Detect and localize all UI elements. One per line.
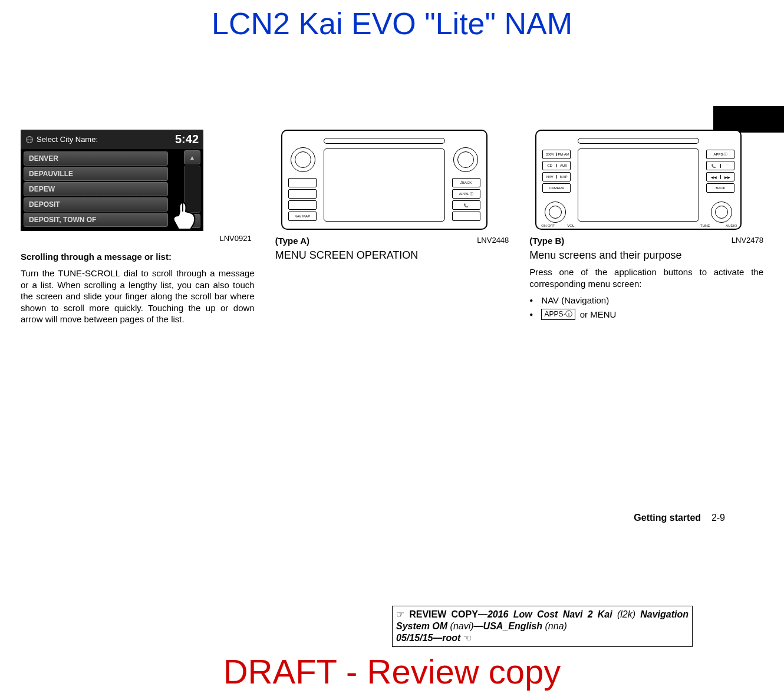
cd-aux-button: CDAUX bbox=[542, 161, 571, 170]
left-button-group: NAV MAP bbox=[288, 178, 317, 221]
list-item[interactable]: DENVER bbox=[24, 151, 168, 166]
scroll-up-button[interactable]: ▲ bbox=[184, 150, 200, 164]
unit-screen bbox=[578, 148, 699, 222]
review-line2-bold2: —USA_English bbox=[474, 621, 542, 631]
phone-button: 📞 bbox=[452, 200, 480, 210]
unit-button bbox=[452, 212, 480, 221]
unit-button bbox=[288, 189, 317, 199]
col3-heading: Menu screens and their purpose bbox=[529, 249, 763, 262]
back-button: BACK bbox=[706, 183, 734, 193]
column-3: ON·OFF VOL TUNE AUDIO SXMFM·AM CDAUX NAV… bbox=[529, 130, 763, 325]
type-a-label: (Type A) bbox=[275, 236, 309, 246]
figure-select-city-screenshot: Select City Name: 5:42 DENVER DEPAUVILLE… bbox=[21, 130, 203, 231]
page-header-title: LCN2 Kai EVO "Lite" NAM bbox=[0, 0, 784, 59]
col3-body-text: Press one of the application buttons to … bbox=[529, 266, 763, 289]
column-2: NAV MAP ⤴BACK APPS ⓘ 📞 (Type A) LNV2448 … bbox=[275, 130, 509, 325]
figure-2-code: LNV2448 bbox=[477, 236, 509, 246]
figure-head-unit-type-b: ON·OFF VOL TUNE AUDIO SXMFM·AM CDAUX NAV… bbox=[535, 130, 742, 230]
pointer-right-icon: ☞ bbox=[396, 609, 409, 619]
right-knob bbox=[711, 202, 732, 223]
screenshot-title-text: Select City Name: bbox=[37, 135, 98, 144]
figure-head-unit-type-a: NAV MAP ⤴BACK APPS ⓘ 📞 bbox=[281, 130, 487, 230]
bullet-item-apps: APPS·ⓘ or MENU bbox=[529, 309, 763, 320]
screenshot-clock: 5:42 bbox=[175, 133, 199, 146]
screenshot-header: Select City Name: 5:42 bbox=[21, 130, 203, 149]
figure-2-caption-row: (Type A) LNV2448 bbox=[275, 236, 509, 246]
footer-section-name: Getting started bbox=[634, 513, 701, 523]
footer-page-number: 2-9 bbox=[711, 513, 725, 523]
left-button-group: SXMFM·AM CDAUX NAVMAP CAMERA bbox=[542, 150, 571, 193]
apps-button: APPS·ⓘ bbox=[706, 150, 734, 159]
col1-body-text: Turn the TUNE-SCROLL dial to scroll thro… bbox=[21, 268, 255, 325]
right-knob bbox=[453, 147, 478, 172]
left-knob bbox=[291, 147, 315, 172]
hand-pointer-icon bbox=[162, 191, 203, 232]
knob-label-tune: TUNE bbox=[700, 224, 710, 227]
list-item[interactable]: DEPOSIT, TOWN OF bbox=[24, 213, 168, 227]
disc-slot bbox=[578, 138, 699, 144]
left-knob bbox=[545, 202, 566, 223]
main-content: Select City Name: 5:42 DENVER DEPAUVILLE… bbox=[0, 130, 784, 325]
right-button-group: APPS·ⓘ 📞⌒ ◀◀▶▶ BACK bbox=[706, 150, 734, 193]
review-line1-ital: 2016 Low Cost Navi 2 Kai bbox=[487, 609, 617, 619]
review-line2-ital: (navi) bbox=[450, 621, 474, 631]
footer-section-page: Getting started 2-9 bbox=[634, 513, 725, 523]
review-line3: (nna) bbox=[545, 621, 567, 631]
bullet-item-apps-suffix: or MENU bbox=[580, 309, 617, 319]
draft-watermark: DRAFT - Review copy bbox=[0, 652, 784, 691]
review-copy-box: ☞ REVIEW COPY—2016 Low Cost Navi 2 Kai (… bbox=[392, 606, 693, 647]
col3-bullet-list: NAV (Navigation) APPS·ⓘ or MENU bbox=[529, 295, 763, 320]
disc-slot bbox=[324, 138, 445, 144]
pointer-left-icon: ☜ bbox=[463, 633, 472, 643]
globe-icon bbox=[25, 136, 34, 144]
knob-label-onoff: ON·OFF bbox=[541, 224, 555, 227]
knob-label-audio: AUDIO bbox=[726, 224, 737, 227]
list-item[interactable]: DEPEW bbox=[24, 182, 168, 196]
bullet-item-nav: NAV (Navigation) bbox=[529, 295, 763, 305]
review-line1-paren: (l2k) bbox=[617, 609, 635, 619]
unit-button bbox=[288, 178, 317, 187]
camera-button: CAMERA bbox=[542, 183, 571, 193]
figure-3-code: LNV2478 bbox=[732, 236, 763, 246]
unit-button bbox=[288, 200, 317, 210]
col2-heading: MENU SCREEN OPERATION bbox=[275, 249, 509, 262]
list-item[interactable]: DEPOSIT bbox=[24, 197, 168, 212]
page-edge-tab bbox=[713, 106, 784, 133]
knob-label-vol: VOL bbox=[567, 224, 574, 227]
nav-map-button: NAV MAP bbox=[288, 212, 317, 221]
col1-subheading: Scrolling through a message or list: bbox=[21, 252, 255, 262]
back-button: ⤴BACK bbox=[452, 178, 480, 187]
phone-button: 📞⌒ bbox=[706, 161, 734, 170]
seek-button: ◀◀▶▶ bbox=[706, 172, 734, 181]
figure-3-caption-row: (Type B) LNV2478 bbox=[529, 236, 763, 246]
list-item[interactable]: DEPAUVILLE bbox=[24, 167, 168, 181]
column-1: Select City Name: 5:42 DENVER DEPAUVILLE… bbox=[21, 130, 255, 325]
type-b-label: (Type B) bbox=[529, 236, 564, 246]
unit-screen bbox=[324, 148, 445, 222]
nav-map-button: NAVMAP bbox=[542, 172, 571, 181]
review-line4: 05/15/15—root bbox=[396, 633, 463, 643]
apps-button: APPS ⓘ bbox=[452, 189, 480, 199]
apps-info-tag: APPS·ⓘ bbox=[541, 309, 575, 320]
figure-1-caption: LNV0921 bbox=[21, 234, 255, 243]
sxm-fmam-button: SXMFM·AM bbox=[542, 150, 571, 159]
review-line1-bold: REVIEW COPY— bbox=[409, 609, 487, 619]
right-button-group: ⤴BACK APPS ⓘ 📞 bbox=[452, 178, 480, 221]
screenshot-title: Select City Name: bbox=[25, 133, 98, 146]
